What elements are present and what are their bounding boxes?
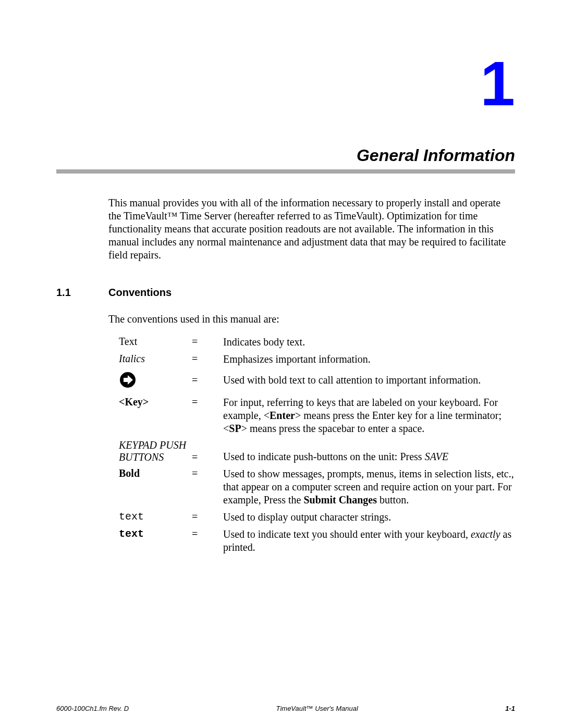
conv-eq: = [192,528,223,540]
conv-desc: Emphasizes important information. [223,353,515,366]
conv-label: Italics [119,353,192,365]
conv-label: <Key> [119,396,192,408]
conv-desc: For input, referring to keys that are la… [223,396,515,435]
chapter-number: 1 [56,52,515,115]
conv-label: KEYPAD PUSH BUTTONS [119,439,192,463]
conv-eq: = [192,396,223,408]
intro-paragraph: This manual provides you with all of the… [108,196,515,262]
convention-row-bold: Bold = Used to show messages, prompts, m… [119,467,515,507]
section-heading: 1.1 Conventions [56,287,515,299]
convention-row-keypad: KEYPAD PUSH BUTTONS = Used to indicate p… [119,439,515,463]
conv-eq: = [192,451,223,463]
section-title: Conventions [108,287,172,299]
conv-desc-part: button. [377,494,409,505]
exactly-italic: exactly [471,528,500,540]
conv-eq: = [192,336,223,348]
section-lead: The conventions used in this manual are: [108,313,515,325]
title-divider [56,169,515,174]
convention-row-italics: Italics = Emphasizes important informati… [119,353,515,366]
conv-desc: Used to indicate push-buttons on the uni… [223,450,515,463]
conv-desc: Used with bold text to call attention to… [223,374,515,387]
conv-label-line2: BUTTONS [119,451,164,463]
conv-desc: Used to show messages, prompts, menus, i… [223,467,515,507]
conv-label [119,371,192,389]
conv-desc-part: > means press the spacebar to enter a sp… [241,423,425,434]
convention-row-text: Text = Indicates body text. [119,336,515,349]
conv-label: text [119,511,192,523]
convention-row-key: <Key> = For input, referring to keys tha… [119,396,515,435]
conv-eq: = [192,374,223,386]
conv-desc-part: Used to indicate push-buttons on the uni… [223,451,425,462]
conv-desc: Indicates body text. [223,336,515,349]
conv-label: text [119,528,192,540]
footer-left: 6000-100Ch1.fm Rev. D [56,705,129,712]
save-label-italic: SAVE [425,451,449,462]
conv-eq: = [192,467,223,479]
footer-center: TimeVault™ User's Manual [276,705,358,712]
conv-label-line1: KEYPAD PUSH [119,439,192,451]
conv-label: Text [119,336,192,348]
footer-right: 1-1 [505,705,515,712]
page-footer: 6000-100Ch1.fm Rev. D TimeVault™ User's … [56,705,515,712]
enter-key-bold: Enter [270,410,295,421]
sp-key-bold: SP [229,423,241,434]
chapter-title: General Information [56,146,515,165]
conv-desc-part: Used to indicate text you should enter w… [223,528,471,540]
conv-eq: = [192,353,223,365]
convention-row-arrow: = Used with bold text to call attention … [119,371,515,389]
submit-changes-bold: Submit Changes [303,494,377,505]
conv-desc: Used to display output character strings… [223,511,515,524]
conv-label: Bold [119,467,192,479]
conv-desc: Used to indicate text you should enter w… [223,528,515,554]
section-number: 1.1 [56,287,108,299]
convention-row-mono: text = Used to display output character … [119,511,515,524]
arrow-right-icon [119,371,192,389]
convention-row-monobold: text = Used to indicate text you should … [119,528,515,554]
conv-eq: = [192,511,223,523]
